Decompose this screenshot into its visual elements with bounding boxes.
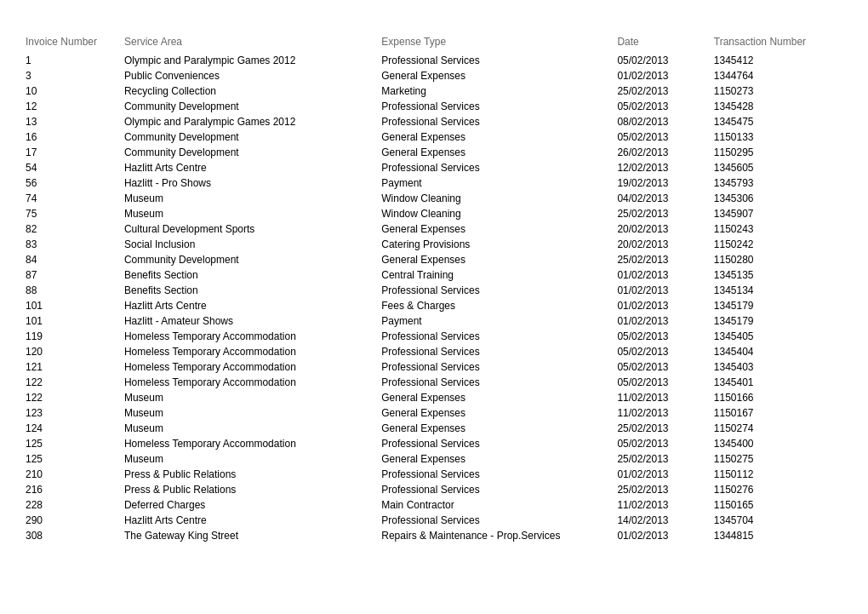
cell-date: 05/02/2013	[617, 344, 713, 359]
cell-service: Olympic and Paralympic Games 2012	[124, 53, 381, 68]
header-expense: Expense Type	[381, 34, 617, 53]
cell-expense: Central Training	[381, 267, 617, 283]
cell-invoice: 124	[26, 421, 124, 436]
cell-expense: Professional Services	[381, 283, 617, 298]
cell-invoice: 125	[26, 451, 124, 467]
cell-date: 19/02/2013	[617, 175, 713, 191]
cell-expense: Professional Services	[381, 513, 617, 528]
table-row: 119Homeless Temporary AccommodationProfe…	[26, 329, 842, 344]
cell-expense: Professional Services	[381, 114, 617, 129]
cell-date: 26/02/2013	[617, 145, 713, 160]
cell-date: 05/02/2013	[617, 359, 713, 375]
cell-transaction: 1150276	[714, 482, 842, 497]
cell-transaction: 1345428	[714, 99, 842, 114]
table-row: 75MuseumWindow Cleaning25/02/20131345907	[26, 206, 842, 221]
cell-service: Social Inclusion	[124, 237, 381, 252]
cell-invoice: 122	[26, 390, 124, 405]
cell-service: Cultural Development Sports	[124, 221, 381, 237]
cell-date: 04/02/2013	[617, 191, 713, 206]
cell-date: 11/02/2013	[617, 497, 713, 513]
cell-expense: Professional Services	[381, 482, 617, 497]
cell-expense: Professional Services	[381, 375, 617, 390]
cell-invoice: 228	[26, 497, 124, 513]
cell-invoice: 16	[26, 129, 124, 145]
cell-date: 01/02/2013	[617, 528, 713, 543]
cell-expense: Marketing	[381, 83, 617, 99]
cell-invoice: 56	[26, 175, 124, 191]
cell-transaction: 1345412	[714, 53, 842, 68]
cell-invoice: 122	[26, 375, 124, 390]
cell-service: Hazlitt Arts Centre	[124, 298, 381, 313]
header-invoice: Invoice Number	[26, 34, 124, 53]
cell-service: The Gateway King Street	[124, 528, 381, 543]
cell-invoice: 123	[26, 405, 124, 421]
cell-date: 12/02/2013	[617, 160, 713, 175]
cell-date: 25/02/2013	[617, 206, 713, 221]
cell-service: Homeless Temporary Accommodation	[124, 329, 381, 344]
cell-date: 05/02/2013	[617, 129, 713, 145]
cell-expense: Catering Provisions	[381, 237, 617, 252]
cell-invoice: 10	[26, 83, 124, 99]
cell-transaction: 1345403	[714, 359, 842, 375]
cell-expense: Payment	[381, 313, 617, 329]
cell-date: 25/02/2013	[617, 252, 713, 267]
cell-service: Hazlitt Arts Centre	[124, 513, 381, 528]
cell-date: 01/02/2013	[617, 313, 713, 329]
cell-transaction: 1345179	[714, 298, 842, 313]
cell-expense: Payment	[381, 175, 617, 191]
cell-expense: General Expenses	[381, 145, 617, 160]
table-row: 121Homeless Temporary AccommodationProfe…	[26, 359, 842, 375]
cell-transaction: 1150243	[714, 221, 842, 237]
cell-date: 01/02/2013	[617, 467, 713, 482]
cell-expense: Professional Services	[381, 99, 617, 114]
table-row: 120Homeless Temporary AccommodationProfe…	[26, 344, 842, 359]
cell-date: 05/02/2013	[617, 436, 713, 451]
table-row: 122MuseumGeneral Expenses11/02/201311501…	[26, 390, 842, 405]
cell-invoice: 216	[26, 482, 124, 497]
cell-transaction: 1345704	[714, 513, 842, 528]
cell-expense: Professional Services	[381, 467, 617, 482]
cell-invoice: 54	[26, 160, 124, 175]
cell-service: Press & Public Relations	[124, 467, 381, 482]
cell-expense: General Expenses	[381, 221, 617, 237]
cell-transaction: 1344815	[714, 528, 842, 543]
cell-expense: General Expenses	[381, 129, 617, 145]
cell-transaction: 1150273	[714, 83, 842, 99]
cell-service: Homeless Temporary Accommodation	[124, 359, 381, 375]
cell-transaction: 1345605	[714, 160, 842, 175]
cell-transaction: 1150166	[714, 390, 842, 405]
cell-transaction: 1345306	[714, 191, 842, 206]
cell-invoice: 87	[26, 267, 124, 283]
cell-transaction: 1150112	[714, 467, 842, 482]
cell-expense: General Expenses	[381, 390, 617, 405]
cell-date: 05/02/2013	[617, 329, 713, 344]
cell-transaction: 1345404	[714, 344, 842, 359]
cell-date: 25/02/2013	[617, 482, 713, 497]
cell-transaction: 1345135	[714, 267, 842, 283]
cell-invoice: 75	[26, 206, 124, 221]
cell-invoice: 125	[26, 436, 124, 451]
cell-transaction: 1150274	[714, 421, 842, 436]
cell-date: 05/02/2013	[617, 375, 713, 390]
cell-invoice: 101	[26, 298, 124, 313]
cell-date: 25/02/2013	[617, 421, 713, 436]
table-row: 124MuseumGeneral Expenses25/02/201311502…	[26, 421, 842, 436]
cell-date: 14/02/2013	[617, 513, 713, 528]
cell-service: Hazlitt - Pro Shows	[124, 175, 381, 191]
cell-transaction: 1150280	[714, 252, 842, 267]
table-row: 216Press & Public RelationsProfessional …	[26, 482, 842, 497]
cell-expense: General Expenses	[381, 421, 617, 436]
cell-service: Recycling Collection	[124, 83, 381, 99]
cell-invoice: 308	[26, 528, 124, 543]
cell-invoice: 3	[26, 68, 124, 83]
table-row: 10Recycling CollectionMarketing25/02/201…	[26, 83, 842, 99]
table-row: 1Olympic and Paralympic Games 2012Profes…	[26, 53, 842, 68]
cell-invoice: 121	[26, 359, 124, 375]
cell-transaction: 1150295	[714, 145, 842, 160]
cell-date: 11/02/2013	[617, 405, 713, 421]
cell-date: 25/02/2013	[617, 451, 713, 467]
cell-invoice: 12	[26, 99, 124, 114]
cell-transaction: 1345475	[714, 114, 842, 129]
cell-expense: Professional Services	[381, 436, 617, 451]
table-row: 56Hazlitt - Pro ShowsPayment19/02/201313…	[26, 175, 842, 191]
